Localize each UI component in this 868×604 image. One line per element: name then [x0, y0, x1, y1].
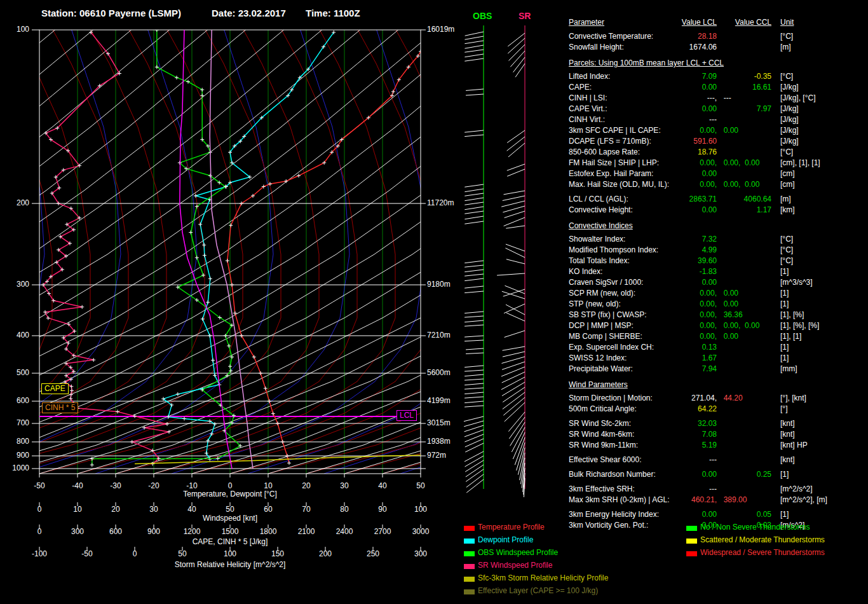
wind-barb	[466, 474, 484, 487]
param-value-lcl: 0.00,	[604, 322, 717, 330]
param-value-extra: 0.00, 0.00	[719, 181, 759, 189]
wind-barb	[465, 406, 484, 407]
table-row: LCL / CCL (AGL):2863.714060.64[m]	[567, 195, 868, 206]
param-value-ccl: 7.97	[718, 105, 771, 113]
wind-barb	[465, 291, 484, 293]
wind-barb	[508, 33, 525, 46]
param-unit: [cm]	[780, 181, 795, 189]
table-row: SR Wind Sfc-2km:32.03[knt]	[567, 420, 868, 430]
wind-axis-tick-label: 100	[405, 505, 437, 514]
srh-axis-tick-label: 100	[214, 550, 246, 558]
height-tick-label: 16019m	[427, 25, 454, 34]
height-tick-label: 1938m	[427, 437, 451, 446]
wind-barb	[465, 379, 484, 380]
wind-barb	[507, 130, 525, 143]
srh-axis-tick-label: 50	[166, 550, 198, 558]
wind-barb	[497, 273, 525, 275]
param-value-extra: 0.00, 0.00	[719, 322, 759, 330]
wind-barb	[503, 206, 525, 212]
param-value-ccl: 16.61	[718, 83, 771, 92]
cape-axis-tick-label: 600	[100, 528, 132, 536]
param-unit: [J/kg], [°C]	[780, 94, 815, 102]
param-unit: [J/kg]	[780, 83, 799, 92]
table-row: CAPE:0.0016.61[J/kg]	[567, 83, 868, 94]
param-unit: [J/kg]	[780, 116, 799, 124]
param-value-lcl: -1.83	[604, 268, 717, 276]
profile-markers	[161, 31, 336, 461]
pressure-tick-label: 100	[5, 25, 29, 34]
wind-barb	[465, 130, 484, 132]
table-row: Estofex Exp. Hail Param:0.00[cm]	[567, 170, 868, 181]
col-header-value-ccl: Value CCL	[718, 18, 771, 27]
wind-barb	[503, 352, 525, 357]
wind-barb	[465, 374, 484, 376]
srh-axis-tick-label: 200	[309, 550, 341, 558]
param-unit: [J/kg]	[780, 137, 799, 146]
srh-axis-tick-label: 250	[357, 550, 389, 558]
param-unit: [m^3/s^3]	[780, 278, 813, 287]
param-unit: [km]	[780, 206, 795, 214]
table-row: Effective Shear 6000:---[knt]	[567, 456, 868, 467]
param-unit: [°C]	[780, 257, 793, 265]
wind-barb	[465, 320, 484, 322]
table-row: Lifted Index:7.09-0.35[°C]	[567, 72, 868, 83]
wind-barb	[508, 38, 525, 53]
obs-column-header: OBS	[473, 12, 492, 20]
temp-axis-tick-label: -50	[24, 482, 55, 490]
table-section-header: Wind Parameters	[567, 381, 868, 392]
sr-column-header: SR	[519, 12, 531, 20]
table-row: Showalter Index:7.32[°C]	[567, 235, 868, 246]
param-value-lcl: 2863.71	[604, 195, 717, 203]
param-value-ccl: -0.35	[718, 72, 771, 81]
wind-barb	[465, 50, 484, 52]
dry-adiabat-line	[268, 30, 548, 474]
table-row: CINH | LSI:---, ---[J/kg], [°C]	[567, 94, 868, 105]
param-unit: [°]	[780, 405, 787, 413]
table-row: FM Hail Size | SHIP | LHP:0.00, 0.00, 0.…	[567, 159, 868, 170]
param-value-lcl: ---	[604, 116, 717, 124]
wind-barb	[501, 357, 525, 363]
param-unit: [1], [%], [%]	[780, 322, 819, 330]
moist-adiabat-line	[248, 30, 502, 474]
pressure-tick-label: 1000	[5, 464, 29, 472]
wind-barb	[465, 370, 484, 371]
wind-barb	[465, 278, 484, 281]
srh-axis-title: Storm Relative Helicity [m^2/s^2]	[135, 561, 325, 569]
wind-barb	[506, 226, 525, 228]
height-tick-label: 4199m	[427, 397, 451, 405]
wind-barb	[507, 164, 525, 170]
table-row: 3km SFC CAPE | IL CAPE:0.00, 0.00[J/kg]	[567, 127, 868, 137]
pressure-tick-label: 400	[5, 331, 29, 340]
wind-barb	[507, 169, 525, 176]
section-title: Parcels: Using 100mB mean layer LCL + CC…	[569, 59, 724, 67]
param-value-lcl: 1674.06	[604, 43, 717, 51]
wind-barb	[464, 416, 484, 422]
obs-windspeed-profile	[92, 30, 240, 465]
param-value-lcl: 32.03	[604, 420, 717, 428]
section-title: Wind Parameters	[569, 381, 628, 389]
param-label: CINH Virt.:	[569, 116, 605, 124]
param-value-extra: 0.00	[719, 289, 738, 298]
param-value-lcl: ---	[604, 456, 717, 464]
param-value-lcl: 0.00,	[604, 311, 717, 319]
wind-barb	[465, 451, 484, 462]
wind-barb	[507, 137, 525, 151]
pressure-tick-label: 500	[5, 369, 29, 377]
profile-legend-item-chip	[464, 539, 475, 544]
profile-legend-item-label: OBS Windspeed Profile	[478, 549, 558, 557]
srh-axis-tick-label: -50	[71, 550, 103, 558]
temp-axis-tick-label: 30	[329, 482, 360, 490]
wind-barb	[465, 401, 484, 403]
wind-barb	[465, 460, 484, 472]
height-tick-label: 7210m	[427, 331, 451, 340]
wind-barb	[505, 211, 525, 218]
param-value-lcl: ---	[604, 485, 717, 493]
wind-barb	[515, 64, 525, 77]
temp-axis-tick-label: -40	[62, 482, 93, 490]
wind-axis-tick-label: 20	[100, 505, 132, 514]
dry-adiabat-line	[78, 30, 357, 474]
param-value-lcl: 0.00	[604, 83, 717, 92]
wind-barb	[465, 383, 484, 385]
param-unit: [1]	[780, 300, 789, 308]
wind-barb	[506, 244, 525, 251]
